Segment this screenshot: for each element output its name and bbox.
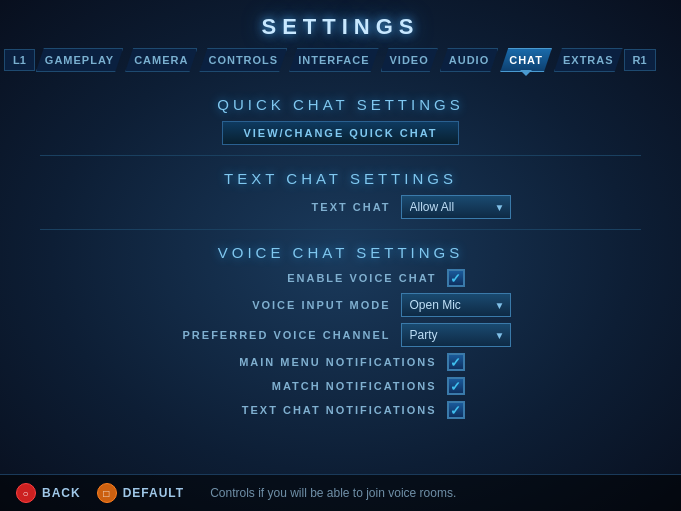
text-chat-row: TEXT CHAT Allow All Friends Only No One <box>40 195 641 219</box>
back-circle-icon: ○ <box>16 483 36 503</box>
back-label: BACK <box>42 486 81 500</box>
voice-input-mode-label: VOICE INPUT MODE <box>171 299 391 311</box>
main-menu-notifications-row: MAIN MENU NOTIFICATIONS <box>40 353 641 371</box>
text-chat-label: TEXT CHAT <box>171 201 391 213</box>
default-circle-icon: □ <box>97 483 117 503</box>
content-area: QUICK CHAT SETTINGS VIEW/CHANGE QUICK CH… <box>0 72 681 435</box>
tab-gameplay[interactable]: GAMEPLAY <box>35 48 124 72</box>
enable-voice-chat-label: ENABLE VOICE CHAT <box>217 272 437 284</box>
main-menu-notifications-checkbox[interactable] <box>447 353 465 371</box>
text-chat-notifications-row: TEXT CHAT NOTIFICATIONS <box>40 401 641 419</box>
voice-input-mode-select[interactable]: Open Mic Push to Talk <box>401 293 511 317</box>
divider-1 <box>40 155 641 156</box>
text-chat-notifications-label: TEXT CHAT NOTIFICATIONS <box>217 404 437 416</box>
page-title: SETTINGS <box>0 0 681 40</box>
preferred-voice-channel-label: PREFERRED VOICE CHANNEL <box>171 329 391 341</box>
tab-l1[interactable]: L1 <box>4 49 35 71</box>
tab-bar: L1 GAMEPLAY CAMERA CONTROLS INTERFACE VI… <box>0 48 681 72</box>
default-button[interactable]: □ DEFAULT <box>97 483 184 503</box>
quick-chat-header: QUICK CHAT SETTINGS <box>40 96 641 113</box>
tab-r1[interactable]: R1 <box>624 49 656 71</box>
text-chat-select-wrapper: Allow All Friends Only No One <box>401 195 511 219</box>
enable-voice-chat-checkbox[interactable] <box>447 269 465 287</box>
voice-input-mode-row: VOICE INPUT MODE Open Mic Push to Talk <box>40 293 641 317</box>
bottom-hint: Controls if you will be able to join voi… <box>210 486 456 500</box>
voice-chat-header: VOICE CHAT SETTINGS <box>40 244 641 261</box>
tab-audio[interactable]: AUDIO <box>439 48 499 72</box>
bottom-bar: ○ BACK □ DEFAULT Controls if you will be… <box>0 474 681 511</box>
voice-input-mode-select-wrapper: Open Mic Push to Talk <box>401 293 511 317</box>
preferred-voice-channel-row: PREFERRED VOICE CHANNEL Party Match Team <box>40 323 641 347</box>
view-change-quick-chat-button[interactable]: VIEW/CHANGE QUICK CHAT <box>222 121 458 145</box>
text-chat-header: TEXT CHAT SETTINGS <box>40 170 641 187</box>
active-tab-indicator <box>520 70 532 76</box>
preferred-voice-channel-select[interactable]: Party Match Team <box>401 323 511 347</box>
back-button[interactable]: ○ BACK <box>16 483 81 503</box>
preferred-voice-channel-select-wrapper: Party Match Team <box>401 323 511 347</box>
text-chat-notifications-checkbox[interactable] <box>447 401 465 419</box>
tab-video[interactable]: VIDEO <box>380 48 439 72</box>
tab-controls[interactable]: CONTROLS <box>198 48 288 72</box>
main-menu-notifications-label: MAIN MENU NOTIFICATIONS <box>217 356 437 368</box>
enable-voice-chat-row: ENABLE VOICE CHAT <box>40 269 641 287</box>
tab-camera[interactable]: CAMERA <box>124 48 198 72</box>
text-chat-select[interactable]: Allow All Friends Only No One <box>401 195 511 219</box>
match-notifications-label: MATCH NOTIFICATIONS <box>217 380 437 392</box>
match-notifications-checkbox[interactable] <box>447 377 465 395</box>
default-label: DEFAULT <box>123 486 184 500</box>
divider-2 <box>40 229 641 230</box>
match-notifications-row: MATCH NOTIFICATIONS <box>40 377 641 395</box>
tab-extras[interactable]: EXTRAS <box>553 48 624 72</box>
tab-interface[interactable]: INTERFACE <box>288 48 379 72</box>
tab-chat[interactable]: CHAT <box>499 48 553 72</box>
